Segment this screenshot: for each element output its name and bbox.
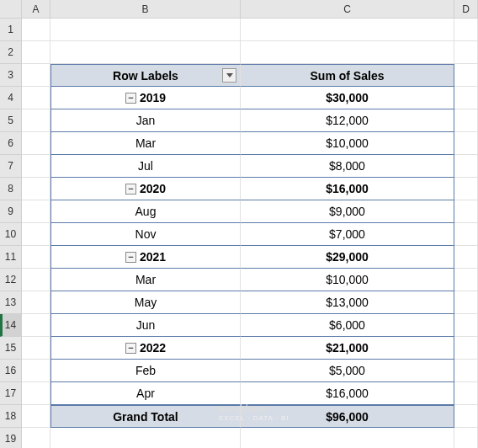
row-header[interactable]: 19 [0, 428, 21, 448]
value-cell[interactable]: $13,000 [241, 291, 454, 314]
year-group-2020[interactable]: −2020 [50, 178, 241, 200]
pivot-row-labels-header[interactable]: Row Labels [50, 64, 241, 87]
row-header[interactable]: 17 [0, 382, 21, 405]
row-header[interactable]: 13 [0, 291, 21, 314]
col-header[interactable]: C [241, 0, 454, 19]
row-header[interactable]: 6 [0, 132, 21, 155]
row-header[interactable]: 12 [0, 269, 21, 291]
grand-total-value[interactable]: $96,000 [241, 405, 454, 428]
collapse-icon[interactable]: − [125, 252, 136, 263]
year-subtotal[interactable]: $29,000 [241, 246, 454, 269]
row-header[interactable]: 2 [0, 41, 21, 64]
row-header[interactable]: 4 [0, 87, 21, 109]
spreadsheet-grid[interactable]: Row Labels Sum of Sales −2019 $30,000 Ja… [22, 19, 478, 448]
value-cell[interactable]: $10,000 [241, 269, 454, 291]
value-cell[interactable]: $10,000 [241, 132, 454, 155]
collapse-icon[interactable]: − [125, 184, 136, 195]
row-header[interactable]: 8 [0, 178, 21, 200]
value-cell[interactable]: $7,000 [241, 223, 454, 246]
row-labels-text: Row Labels [113, 69, 178, 83]
row-header[interactable]: 14 [0, 314, 21, 337]
year-group-2019[interactable]: −2019 [50, 87, 241, 109]
year-group-2021[interactable]: −2021 [50, 246, 241, 269]
select-all-corner[interactable] [0, 0, 21, 19]
month-cell[interactable]: Jun [50, 314, 241, 337]
collapse-icon[interactable]: − [125, 93, 136, 104]
col-header[interactable]: B [50, 0, 241, 19]
year-subtotal[interactable]: $21,000 [241, 337, 454, 360]
value-cell[interactable]: $12,000 [241, 109, 454, 132]
value-cell[interactable]: $5,000 [241, 360, 454, 382]
value-cell[interactable]: $16,000 [241, 382, 454, 405]
row-header[interactable]: 16 [0, 360, 21, 382]
filter-dropdown-button[interactable] [222, 68, 236, 83]
month-cell[interactable]: Mar [50, 269, 241, 291]
value-cell[interactable]: $8,000 [241, 155, 454, 178]
month-cell[interactable]: Jul [50, 155, 241, 178]
pivot-sum-header[interactable]: Sum of Sales [241, 64, 454, 87]
row-header[interactable]: 7 [0, 155, 21, 178]
month-cell[interactable]: Mar [50, 132, 241, 155]
grand-total-label[interactable]: Grand Total [50, 405, 241, 428]
year-subtotal[interactable]: $16,000 [241, 178, 454, 200]
row-header[interactable]: 5 [0, 109, 21, 132]
month-cell[interactable]: Nov [50, 223, 241, 246]
chevron-down-icon [226, 73, 233, 77]
collapse-icon[interactable]: − [125, 343, 136, 354]
month-cell[interactable]: Apr [50, 382, 241, 405]
month-cell[interactable]: Jan [50, 109, 241, 132]
row-header[interactable]: 10 [0, 223, 21, 246]
row-header[interactable]: 15 [0, 337, 21, 360]
col-header[interactable]: D [454, 0, 478, 19]
row-header[interactable]: 9 [0, 200, 21, 223]
col-header[interactable]: A [22, 0, 50, 19]
row-header[interactable]: 18 [0, 405, 21, 428]
row-header[interactable]: 11 [0, 246, 21, 269]
year-group-2022[interactable]: −2022 [50, 337, 241, 360]
month-cell[interactable]: May [50, 291, 241, 314]
month-cell[interactable]: Feb [50, 360, 241, 382]
row-header[interactable]: 3 [0, 64, 21, 87]
month-cell[interactable]: Aug [50, 200, 241, 223]
year-subtotal[interactable]: $30,000 [241, 87, 454, 109]
row-header[interactable]: 1 [0, 19, 21, 41]
value-cell[interactable]: $9,000 [241, 200, 454, 223]
value-cell[interactable]: $6,000 [241, 314, 454, 337]
